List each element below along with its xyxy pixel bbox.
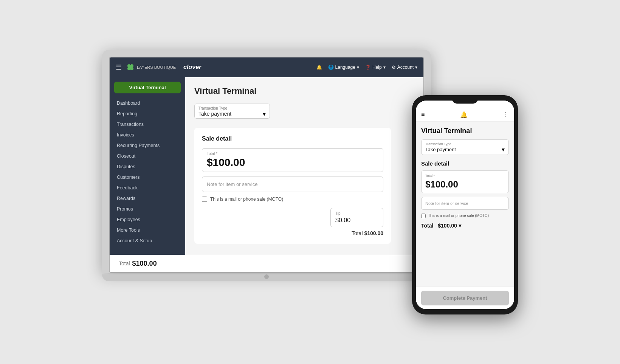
phone-total-summary: Total $100.00 ▾ (421, 223, 509, 229)
total-summary-value: $100.00 (364, 230, 383, 236)
sidebar-item-disputes[interactable]: Disputes (110, 161, 185, 172)
main-content: Virtual Terminal Transaction Type Take p… (185, 77, 423, 255)
tip-amount: $0.00 (335, 217, 378, 224)
bottom-bar: Total $100.00 (110, 255, 423, 272)
transaction-type-value: Take payment (198, 111, 231, 117)
sidebar-item-employees[interactable]: Employees (110, 214, 185, 225)
help-icon: ❓ (365, 65, 371, 70)
language-label: Language (335, 65, 355, 70)
language-chevron: ▾ (357, 65, 359, 70)
total-field[interactable]: Total * $100.00 (202, 148, 383, 172)
phone-content: Virtual Terminal Transaction Type Take p… (416, 122, 514, 287)
sidebar-item-invoices[interactable]: Invoices (110, 130, 185, 140)
complete-payment-button[interactable]: Complete Payment (421, 291, 509, 305)
virtual-terminal-button[interactable]: Virtual Terminal (114, 82, 181, 93)
sidebar-label-rewards: Rewards (117, 196, 135, 201)
tip-label: Tip (335, 211, 378, 215)
total-summary-row: Total $100.00 (202, 230, 383, 236)
sidebar-item-rewards[interactable]: Rewards (110, 193, 185, 204)
sidebar-label-account-setup: Account & Setup (117, 238, 152, 243)
transaction-type-select[interactable]: Transaction Type Take payment ▾ (194, 104, 270, 119)
phone-more-icon[interactable]: ⋮ (503, 111, 509, 118)
globe-icon: 🌐 (328, 65, 334, 70)
transaction-type-chevron: ▾ (263, 110, 266, 118)
laptop-base (102, 274, 431, 281)
phone-total-summary-value: $100.00 (438, 223, 457, 229)
transaction-type-label: Transaction Type (198, 106, 266, 110)
sidebar-label-closeout: Closeout (117, 153, 135, 159)
sale-detail-section: Sale detail Total * $100.00 Note for ite… (194, 128, 391, 244)
account-label: Account (397, 65, 414, 70)
phone-transaction-type-select[interactable]: Transaction Type Take payment ▾ (421, 139, 509, 155)
sidebar-label-invoices: Invoices (117, 132, 134, 138)
page-title: Virtual Terminal (194, 86, 414, 96)
moto-checkbox-row: This is a mail or phone sale (MOTO) (202, 197, 383, 202)
sidebar-label-promos: Promos (117, 206, 133, 212)
sidebar-label-transactions: Transactions (117, 122, 144, 127)
bottom-total-label: Total (119, 260, 130, 266)
moto-checkbox[interactable] (202, 197, 207, 202)
phone-menu-icon[interactable]: ≡ (421, 111, 425, 118)
sidebar-item-recurring[interactable]: Recurring Payments (110, 140, 185, 151)
phone-total-label: Total * (425, 174, 505, 178)
phone-total-amount: $100.00 (425, 179, 505, 190)
account-button[interactable]: ⚙ Account ▾ (392, 65, 417, 70)
help-chevron: ▾ (383, 65, 386, 70)
moto-label: This is a mail or phone sale (MOTO) (210, 197, 283, 202)
phone-note-field[interactable]: Note for item or service (421, 197, 509, 210)
hamburger-icon[interactable]: ☰ (116, 63, 122, 71)
tip-field[interactable]: Tip $0.00 (330, 208, 383, 227)
phone-transaction-type-chevron: ▾ (502, 146, 505, 153)
sidebar-item-closeout[interactable]: Closeout (110, 151, 185, 161)
tip-row: Tip $0.00 (202, 208, 383, 227)
sidebar-label-moretools: More Tools (117, 228, 140, 233)
sidebar-label-customers: Customers (117, 175, 140, 180)
phone-total-summary-label: Total (421, 223, 433, 229)
phone-sale-detail-title: Sale detail (421, 160, 509, 167)
phone-total-field[interactable]: Total * $100.00 (421, 170, 509, 193)
phone-transaction-type-value: Take payment (425, 147, 456, 152)
sidebar-label-recurring: Recurring Payments (117, 143, 160, 148)
clover-brand-text: clover (183, 64, 201, 71)
laptop-notch (264, 274, 269, 279)
total-amount: $100.00 (207, 156, 378, 169)
help-button[interactable]: ❓ Help ▾ (365, 65, 386, 70)
laptop: ☰ LAYERS BOUTIQUE (102, 50, 431, 299)
bell-button[interactable]: 🔔 (316, 65, 322, 70)
sidebar-item-transactions[interactable]: Transactions (110, 119, 185, 130)
phone-total-summary-chevron: ▾ (459, 223, 461, 229)
sidebar-item-reporting[interactable]: Reporting (110, 108, 185, 119)
phone-bottom: Complete Payment (416, 287, 514, 309)
total-summary-label: Total (352, 230, 363, 236)
note-placeholder: Note for item or service (207, 181, 257, 187)
phone-bell-icon[interactable]: 🔔 (460, 111, 468, 118)
sidebar-item-moretools[interactable]: More Tools (110, 225, 185, 235)
account-chevron: ▾ (415, 65, 417, 70)
phone-moto-row: This is a mail or phone sale (MOTO) (421, 214, 509, 218)
sidebar-label-employees: Employees (117, 217, 140, 222)
sidebar-item-customers[interactable]: Customers (110, 172, 185, 183)
language-button[interactable]: 🌐 Language ▾ (328, 65, 359, 70)
clover-logo-text: LAYERS BOUTIQUE (137, 65, 176, 70)
help-label: Help (372, 65, 382, 70)
note-field[interactable]: Note for item or service (202, 177, 383, 192)
phone-moto-checkbox[interactable] (421, 214, 426, 218)
sidebar-item-feedback[interactable]: Feedback (110, 183, 185, 193)
transaction-type-section: Transaction Type Take payment ▾ (194, 104, 414, 119)
sale-detail-title: Sale detail (202, 135, 383, 142)
phone-note-placeholder: Note for item or service (425, 201, 468, 206)
phone-page-title: Virtual Terminal (421, 127, 509, 135)
phone: ≡ 🔔 ⋮ Virtual Terminal Transaction Type … (412, 95, 518, 314)
phone-moto-label: This is a mail or phone sale (MOTO) (428, 214, 489, 218)
sidebar-item-account-setup[interactable]: Account & Setup (110, 235, 185, 246)
sidebar-label-disputes: Disputes (117, 164, 135, 169)
sidebar-item-promos[interactable]: Promos (110, 204, 185, 214)
sidebar: Virtual Terminal Dashboard Reporting Tra… (110, 77, 185, 255)
phone-transaction-type-label: Transaction Type (425, 142, 505, 146)
sidebar-item-dashboard[interactable]: Dashboard (110, 98, 185, 108)
phone-topbar: ≡ 🔔 ⋮ (416, 101, 514, 122)
bottom-total-amount: $100.00 (132, 260, 157, 268)
sidebar-label-dashboard: Dashboard (117, 101, 140, 106)
sidebar-label-reporting: Reporting (117, 111, 137, 116)
store-name: clover (183, 64, 201, 71)
